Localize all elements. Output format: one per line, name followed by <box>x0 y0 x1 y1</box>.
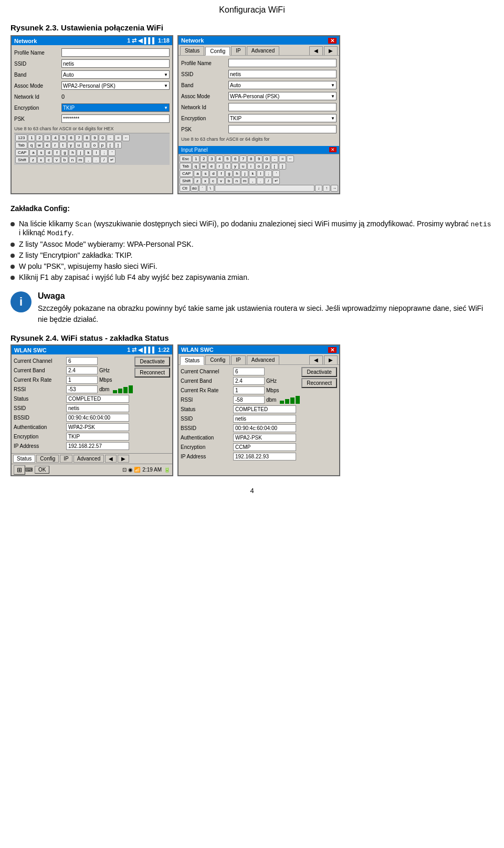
right-kb-e[interactable]: e <box>208 163 215 170</box>
right-band-select[interactable]: Auto ▼ <box>228 81 337 89</box>
right-kb-o[interactable]: o <box>255 163 262 170</box>
tab-advanced[interactable]: Advanced <box>247 46 279 55</box>
left-kb-i[interactable]: i <box>83 142 90 149</box>
left-reconnect-button[interactable]: Reconnect <box>134 368 170 378</box>
right-netid-input[interactable] <box>228 103 337 111</box>
left-kb-2[interactable]: 2 <box>36 134 43 141</box>
left-kb-n[interactable]: n <box>69 156 76 163</box>
left-kb-123[interactable]: 123 <box>15 134 27 141</box>
left-kb-slash[interactable]: / <box>100 156 108 163</box>
left-kb-v[interactable]: v <box>53 156 60 163</box>
left-kb-3[interactable]: 3 <box>44 134 51 141</box>
left-kb-c[interactable]: c <box>45 156 52 163</box>
right-kb-c[interactable]: c <box>209 177 217 184</box>
left-kb-e[interactable]: e <box>44 142 51 149</box>
right-kb-equal[interactable]: = <box>279 155 286 162</box>
right-kb-f[interactable]: f <box>217 170 225 177</box>
left-tab-config[interactable]: Config <box>36 455 59 463</box>
left-kb-back[interactable]: ← <box>122 134 130 141</box>
right-kb-lbr[interactable]: [ <box>271 163 278 170</box>
left-kb-u[interactable]: u <box>75 142 82 149</box>
left-assoc-select[interactable]: WPA2-Personal (PSK) ▼ <box>61 81 170 90</box>
right-kb-backslash[interactable]: \ <box>207 185 214 192</box>
right-kb-s[interactable]: s <box>202 170 209 177</box>
left-kb-quote[interactable]: ' <box>108 149 116 156</box>
left-kb-dot[interactable]: . <box>92 156 100 163</box>
right-kb-2[interactable]: 2 <box>200 155 207 162</box>
right-kb-p[interactable]: p <box>263 163 270 170</box>
left-kb-j[interactable]: j <box>77 149 84 156</box>
left-kb-lbr[interactable]: [ <box>107 142 114 149</box>
right-kb-h[interactable]: h <box>233 170 240 177</box>
right-kb-t[interactable]: t <box>224 163 231 170</box>
left-kb-d[interactable]: d <box>45 149 52 156</box>
right-kb-3[interactable]: 3 <box>208 155 215 162</box>
tab-ip[interactable]: IP <box>231 46 245 55</box>
right-kb-z[interactable]: z <box>194 177 201 184</box>
right-kb-q[interactable]: q <box>192 163 200 170</box>
right-kb-j[interactable]: j <box>241 170 248 177</box>
right-kb-i[interactable]: i <box>247 163 255 170</box>
left-band-select[interactable]: Auto ▼ <box>61 70 170 79</box>
right-close-btn[interactable]: ✕ <box>328 38 337 44</box>
right-kb-0[interactable]: 0 <box>263 155 270 162</box>
right-kb-shift[interactable]: Shift <box>180 177 193 184</box>
right-kb-quote[interactable]: ' <box>272 170 280 177</box>
left-psk-input[interactable]: ******** <box>61 114 170 123</box>
right-kb-6[interactable]: 6 <box>232 155 239 162</box>
left-kb-y[interactable]: y <box>67 142 75 149</box>
right-kb-r[interactable]: r <box>216 163 223 170</box>
left-kb-7[interactable]: 7 <box>75 134 82 141</box>
right-profile-input[interactable] <box>228 59 337 67</box>
right-kb-1[interactable]: 1 <box>192 155 200 162</box>
right-psk-input[interactable] <box>228 125 337 133</box>
right-assoc-select[interactable]: WPA-Personal (PSK) ▼ <box>228 92 337 100</box>
left-enc-select[interactable]: TKIP ▼ <box>61 103 170 112</box>
tab-next[interactable]: ▶ <box>324 46 338 55</box>
left-kb-shift[interactable]: Shift <box>15 156 29 163</box>
left-tab-advanced[interactable]: Advanced <box>74 455 104 463</box>
right-tab-prev[interactable]: ◀ <box>309 355 323 364</box>
right-kb-up[interactable]: ↑ <box>323 185 330 192</box>
left-tab-status[interactable]: Status <box>13 455 35 463</box>
left-tab-prev[interactable]: ◀ <box>105 455 117 463</box>
right-kb-ctl[interactable]: Ctl <box>180 185 190 192</box>
left-kb-8[interactable]: 8 <box>83 134 90 141</box>
left-kb-0[interactable]: 0 <box>99 134 106 141</box>
right-kb-y[interactable]: y <box>232 163 239 170</box>
right-kb-d[interactable]: d <box>209 170 217 177</box>
left-kb-p[interactable]: p <box>99 142 106 149</box>
right-kb-5[interactable]: 5 <box>224 155 231 162</box>
left-kb-r[interactable]: r <box>51 142 59 149</box>
tab-config[interactable]: Config <box>205 47 230 56</box>
left-kb-m[interactable]: m <box>77 156 84 163</box>
left-kb-f[interactable]: f <box>53 149 60 156</box>
left-kb-l[interactable]: l <box>92 149 100 156</box>
right-kb-a[interactable]: a <box>194 170 201 177</box>
tab-status[interactable]: Status <box>180 46 204 55</box>
right-status-close[interactable]: ✕ <box>328 347 337 353</box>
right-kb-comma[interactable]: , <box>249 177 256 184</box>
right-tab-next[interactable]: ▶ <box>324 355 338 364</box>
right-kb-b[interactable]: b <box>225 177 233 184</box>
right-kb-right[interactable]: → <box>331 185 338 192</box>
left-kb-minus[interactable]: - <box>107 134 114 141</box>
left-kb-6[interactable]: 6 <box>67 134 75 141</box>
right-kb-g[interactable]: g <box>225 170 233 177</box>
right-tab-advanced[interactable]: Advanced <box>247 355 279 364</box>
left-kb-rbr[interactable]: ] <box>114 142 122 149</box>
right-kb-4[interactable]: 4 <box>216 155 223 162</box>
right-kb-back[interactable]: ← <box>287 155 294 162</box>
right-kb-down[interactable]: ↓ <box>315 185 322 192</box>
left-kb-o[interactable]: o <box>91 142 98 149</box>
left-kb-w[interactable]: w <box>36 142 43 149</box>
right-kb-m[interactable]: m <box>241 177 248 184</box>
left-kb-g[interactable]: g <box>61 149 68 156</box>
right-kb-7[interactable]: 7 <box>239 155 247 162</box>
right-kb-u[interactable]: u <box>239 163 247 170</box>
left-kb-semi[interactable]: ; <box>100 149 108 156</box>
right-kb-space[interactable] <box>215 185 314 192</box>
left-kb-9[interactable]: 9 <box>91 134 98 141</box>
left-kb-x[interactable]: x <box>37 156 45 163</box>
right-kb-tab[interactable]: Tab <box>180 163 192 170</box>
